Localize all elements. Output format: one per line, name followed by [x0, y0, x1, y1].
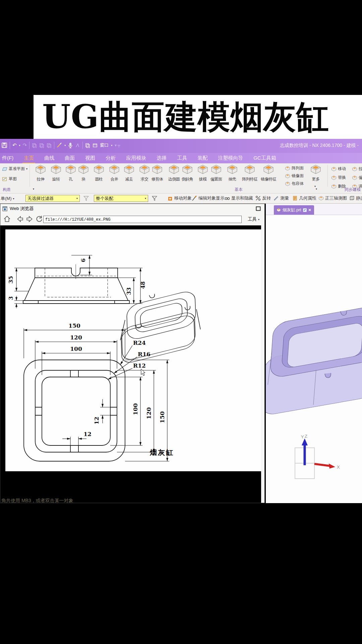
paste-icon[interactable] — [47, 143, 52, 148]
ribbon-options-icon[interactable]: ▾ ╤ — [115, 143, 120, 148]
close-icon[interactable]: ✕ — [308, 208, 311, 212]
browser-icon — [2, 206, 7, 211]
dim-top-100: 100 — [70, 345, 82, 352]
dim-r24: R24 — [133, 339, 146, 346]
modified-icon[interactable] — [303, 208, 307, 212]
tab-tools[interactable]: 工具 — [176, 155, 188, 161]
tool-cylinder[interactable]: 圆柱 — [90, 164, 107, 182]
action-static-wireframe[interactable]: 静态 — [349, 195, 362, 201]
tool-block[interactable]: 块 — [75, 164, 92, 182]
sync-pull-face[interactable]: 拉动面 — [352, 166, 362, 172]
tool-unite[interactable]: 合并 — [106, 164, 123, 182]
undo-icon[interactable]: ↶ — [12, 142, 17, 148]
cut-icon[interactable] — [32, 143, 37, 148]
video-title-banner: UG曲面建模烟灰缸 — [34, 95, 362, 139]
tool-mirror-feature[interactable]: 镜像特征 — [259, 164, 278, 182]
dim-3: 3 — [8, 296, 14, 300]
home-icon[interactable] — [3, 215, 11, 223]
microphone-icon[interactable] — [68, 143, 73, 148]
url-input[interactable]: file:///H:/12YUE/408_ex.PNG — [43, 216, 242, 223]
tab-file[interactable]: 件(F) — [1, 155, 14, 161]
part-tab[interactable]: 烟灰缸.prt ✕ — [274, 205, 314, 215]
sync-move[interactable]: 移动 — [331, 166, 346, 172]
tab-curve[interactable]: 曲线 — [44, 155, 55, 161]
undo-caret-icon[interactable]: ▾ — [19, 144, 20, 147]
tab-home[interactable]: 主页 — [23, 155, 35, 161]
action-move-object[interactable]: 移动对象 — [168, 195, 192, 201]
format-brush-icon[interactable] — [57, 143, 62, 148]
forward-icon[interactable] — [26, 215, 34, 223]
move-object-icon — [168, 196, 173, 201]
window-caret-icon[interactable]: ▾ — [111, 144, 112, 147]
action-measure[interactable]: 测量 — [274, 195, 289, 201]
sketch-button[interactable]: 草图 — [2, 176, 17, 182]
window-icon[interactable] — [93, 143, 98, 148]
tool-trim-body[interactable]: 修剪体 — [149, 164, 166, 182]
sync-offset[interactable]: 偏置 — [352, 175, 362, 180]
action-edit-object-display[interactable]: 编辑对象显示 — [192, 195, 225, 201]
tool-chamfer[interactable]: 倒斜角 — [179, 164, 196, 182]
tab-surface[interactable]: 曲面 — [64, 155, 75, 161]
menu-button[interactable]: 单(M)▾ — [1, 196, 14, 202]
ashtray-3d-model[interactable] — [266, 304, 362, 415]
sync-delete[interactable]: 删除 — [331, 183, 346, 189]
tab-analysis[interactable]: 分析 — [105, 155, 116, 161]
wcs-triad[interactable]: Y Z X — [291, 434, 341, 488]
browser-toolbar: file:///H:/12YUE/408_ex.PNG 工具▾ — [0, 213, 264, 225]
tab-application[interactable]: 应用模块 — [125, 155, 147, 161]
selection-filter-combo[interactable]: 无选择过滤器▾ — [25, 195, 80, 202]
tool-revolve[interactable]: 旋转 — [48, 164, 64, 182]
back-icon[interactable] — [16, 215, 24, 223]
new-window-icon[interactable] — [85, 143, 90, 148]
tool-extrude[interactable]: 拉伸 — [32, 164, 49, 182]
copy-icon[interactable] — [39, 143, 44, 148]
status-message: 角共使用 MB3，或者双击某一对象 — [1, 498, 73, 503]
brush-caret-icon[interactable]: ▾ — [64, 144, 66, 147]
pattern-feature-icon — [244, 164, 256, 174]
dim-35: 35 — [8, 276, 14, 283]
save-icon[interactable] — [1, 142, 7, 148]
tab-view[interactable]: 视图 — [84, 155, 96, 161]
maximize-icon[interactable] — [256, 206, 261, 211]
action-show-hide[interactable]: 显示和隐藏 — [225, 195, 253, 201]
basic-dialog-icon[interactable]: ▾ — [316, 187, 317, 191]
redo-icon[interactable]: ↷ — [23, 142, 27, 148]
tab-mold-wizard[interactable]: 注塑模向导 — [217, 155, 244, 161]
filter-icon[interactable] — [83, 196, 89, 201]
divider — [82, 142, 83, 149]
tool-pattern-feature[interactable]: 阵列特征 — [240, 164, 259, 182]
datum-plane-button[interactable]: 基准平面▾ — [2, 166, 27, 172]
action-trimetric-view[interactable]: 正三轴测图 — [318, 195, 347, 201]
dim-6: 6 — [80, 258, 86, 262]
tool-bounding-body[interactable]: 包容体 — [285, 181, 304, 186]
refresh-icon[interactable] — [35, 215, 43, 223]
tab-gc-toolbox[interactable]: GC工具箱 — [253, 155, 277, 161]
tab-assembly[interactable]: 装配 — [197, 155, 208, 161]
command-finder-icon[interactable] — [75, 143, 80, 148]
tool-offset-face[interactable]: 偏置面 — [208, 164, 225, 182]
snap-point-icon[interactable] — [152, 196, 158, 201]
action-invert[interactable]: 反转 — [255, 195, 271, 201]
part-tab-label: 烟灰缸.prt — [283, 207, 301, 213]
action-geometric-properties[interactable]: 几何属性 — [292, 195, 316, 201]
delete-icon — [331, 184, 337, 189]
construct-dialog-icon[interactable]: ▾ — [33, 187, 34, 191]
divider — [29, 142, 29, 149]
selection-scope-combo[interactable]: 整个装配▾ — [94, 195, 148, 202]
tool-shell[interactable]: 抽壳 — [224, 164, 241, 182]
browser-tools-menu[interactable]: 工具▾ — [248, 216, 259, 222]
tool-pattern-face[interactable]: 阵列面 — [285, 165, 304, 171]
dim-right-120: 120 — [145, 407, 152, 419]
tool-subtract[interactable]: 减去 — [121, 164, 137, 182]
trim-body-icon — [151, 164, 163, 174]
sync-replace[interactable]: 替换 — [331, 175, 346, 180]
tool-mirror-face[interactable]: 镜像面 — [285, 173, 304, 179]
window-menu[interactable]: 窗口 — [100, 142, 109, 148]
offset-icon — [352, 175, 357, 180]
app-title: 志成数控培训 - NX 2406.1700 - 建模 - — [280, 143, 359, 149]
x-axis-arrow[interactable] — [314, 464, 330, 466]
tool-more[interactable]: 更多 — [307, 164, 324, 182]
browser-titlebar[interactable]: Web 浏览器 — [0, 204, 264, 213]
nx-viewport[interactable]: 烟灰缸.prt ✕ — [266, 204, 362, 503]
tab-select[interactable]: 选择 — [156, 155, 167, 161]
